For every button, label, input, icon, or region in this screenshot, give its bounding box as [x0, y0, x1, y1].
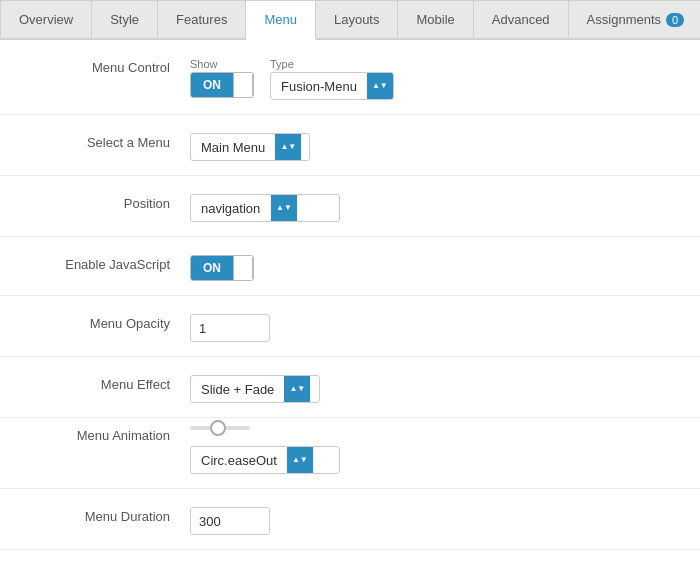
tab-features[interactable]: Features: [158, 0, 246, 38]
enable-js-toggle[interactable]: ON: [190, 255, 254, 281]
enable-js-row: Enable JavaScript ON: [0, 237, 700, 296]
menu-control-controls: Show ON Type Fusion-Menu: [190, 54, 680, 100]
menu-effect-row: Menu Effect Slide + Fade: [0, 357, 700, 418]
animation-slider-thumb[interactable]: [210, 420, 226, 436]
menu-control-row: Menu Control Show ON Type Fusion-Menu: [0, 40, 700, 115]
tab-style[interactable]: Style: [92, 0, 158, 38]
type-select-value: Fusion-Menu: [271, 79, 367, 94]
animation-slider-track[interactable]: [190, 426, 250, 430]
tab-layouts[interactable]: Layouts: [316, 0, 399, 38]
tab-overview[interactable]: Overview: [0, 0, 92, 38]
tab-advanced[interactable]: Advanced: [474, 0, 569, 38]
menu-animation-controls: Circ.easeOut: [190, 422, 680, 474]
menu-effect-btn[interactable]: [284, 375, 310, 403]
position-value: navigation: [191, 201, 271, 216]
enable-js-controls: ON: [190, 251, 680, 281]
tab-menu[interactable]: Menu: [246, 0, 316, 40]
position-controls: navigation: [190, 190, 680, 222]
menu-animation-value: Circ.easeOut: [191, 453, 287, 468]
menu-duration-input[interactable]: [190, 507, 270, 535]
menu-opacity-row: Menu Opacity: [0, 296, 700, 357]
menu-duration-row: Menu Duration: [0, 489, 700, 550]
tab-overview-label: Overview: [19, 12, 73, 27]
enable-js-knob: [233, 256, 253, 280]
menu-duration-label: Menu Duration: [20, 503, 190, 524]
menu-animation-row: Menu Animation Circ.easeOut: [0, 418, 700, 489]
tab-menu-label: Menu: [264, 12, 297, 27]
select-menu-row: Select a Menu Main Menu: [0, 115, 700, 176]
position-label: Position: [20, 190, 190, 211]
menu-control-label: Menu Control: [20, 54, 190, 75]
show-toggle[interactable]: ON: [190, 72, 254, 98]
type-select[interactable]: Fusion-Menu: [270, 72, 394, 100]
type-label: Type: [270, 58, 394, 70]
menu-animation-btn[interactable]: [287, 446, 313, 474]
menu-duration-controls: [190, 503, 680, 535]
show-label: Show: [190, 58, 254, 70]
menu-opacity-controls: [190, 310, 680, 342]
type-select-btn[interactable]: [367, 72, 393, 100]
type-field: Type Fusion-Menu: [270, 58, 394, 100]
select-menu-btn[interactable]: [275, 133, 301, 161]
menu-animation-label: Menu Animation: [20, 422, 190, 443]
position-btn[interactable]: [271, 194, 297, 222]
settings-content: Menu Control Show ON Type Fusion-Menu: [0, 40, 700, 567]
select-menu-select[interactable]: Main Menu: [190, 133, 310, 161]
menu-effect-label: Menu Effect: [20, 371, 190, 392]
position-row: Position navigation: [0, 176, 700, 237]
assignments-badge: 0: [666, 13, 684, 27]
tab-advanced-label: Advanced: [492, 12, 550, 27]
enable-id-row: Enable ID OFF: [0, 550, 700, 567]
tab-style-label: Style: [110, 12, 139, 27]
select-menu-label: Select a Menu: [20, 129, 190, 150]
tab-features-label: Features: [176, 12, 227, 27]
enable-js-state: ON: [191, 256, 233, 280]
enable-js-label: Enable JavaScript: [20, 251, 190, 272]
tab-mobile[interactable]: Mobile: [398, 0, 473, 38]
tab-assignments[interactable]: Assignments 0: [569, 0, 700, 38]
menu-animation-select[interactable]: Circ.easeOut: [190, 446, 340, 474]
select-menu-controls: Main Menu: [190, 129, 680, 161]
tab-assignments-label: Assignments: [587, 12, 661, 27]
position-select[interactable]: navigation: [190, 194, 340, 222]
menu-effect-value: Slide + Fade: [191, 382, 284, 397]
menu-control-wrap: Show ON Type Fusion-Menu: [190, 58, 394, 100]
show-field: Show ON: [190, 58, 254, 98]
menu-effect-select[interactable]: Slide + Fade: [190, 375, 320, 403]
show-toggle-knob: [233, 73, 253, 97]
tab-mobile-label: Mobile: [416, 12, 454, 27]
tab-layouts-label: Layouts: [334, 12, 380, 27]
show-toggle-on: ON: [191, 73, 233, 97]
select-menu-value: Main Menu: [191, 140, 275, 155]
menu-opacity-input[interactable]: [190, 314, 270, 342]
menu-effect-controls: Slide + Fade: [190, 371, 680, 403]
menu-opacity-label: Menu Opacity: [20, 310, 190, 331]
tabs-bar: Overview Style Features Menu Layouts Mob…: [0, 0, 700, 40]
